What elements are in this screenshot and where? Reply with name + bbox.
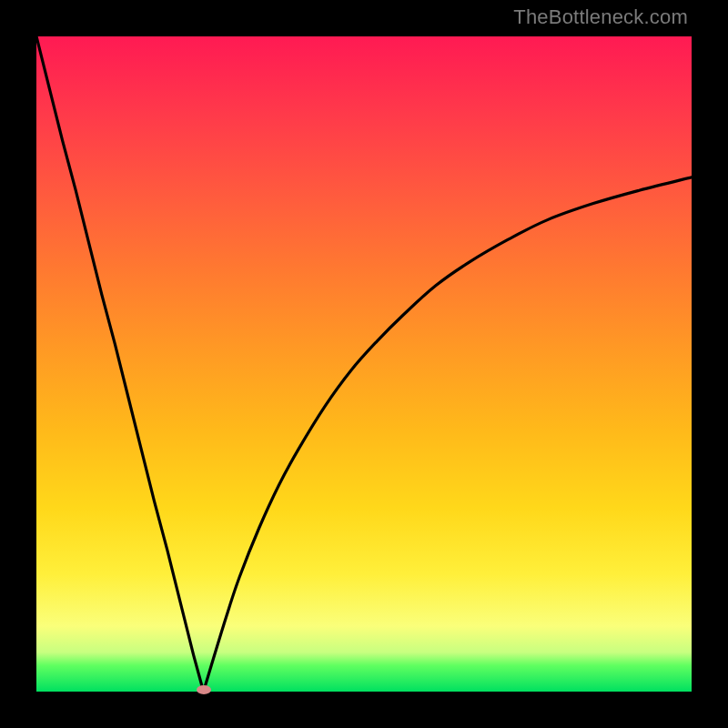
plot-area: [36, 36, 692, 692]
watermark-text: TheBottleneck.com: [513, 5, 688, 29]
curve-svg: [36, 36, 692, 692]
minimum-marker: [197, 685, 211, 694]
bottleneck-curve: [36, 36, 692, 692]
chart-frame: TheBottleneck.com: [0, 0, 728, 728]
